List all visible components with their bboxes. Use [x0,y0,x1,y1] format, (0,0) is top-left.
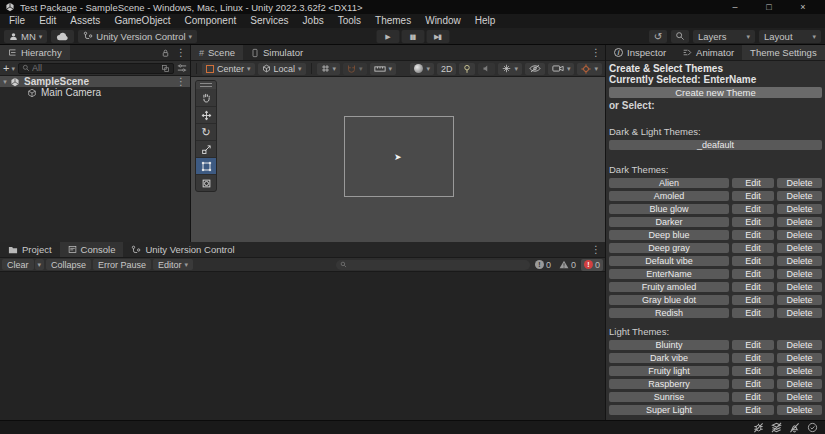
theme-select-button[interactable]: Darker [609,217,729,227]
theme-edit-button[interactable]: Edit [732,366,774,376]
theme-edit-button[interactable]: Edit [732,282,774,292]
foldout-icon[interactable]: ▾ [0,78,10,86]
theme-select-button[interactable]: Amoled [609,191,729,201]
kebab-menu-icon[interactable]: ⋮ [591,47,601,58]
effects-dropdown[interactable]: ▾ [498,63,522,75]
theme-select-button[interactable]: Deep gray [609,243,729,253]
default-theme-button[interactable]: _deafault [609,140,822,150]
version-control-dropdown[interactable]: Unity Version Control ▾ [78,30,197,43]
theme-delete-button[interactable]: Delete [777,392,822,402]
lock-icon[interactable] [161,48,170,58]
palette-drag-handle[interactable] [196,81,216,89]
layout-dropdown[interactable]: Layout ▾ [759,30,821,43]
theme-delete-button[interactable]: Delete [777,217,822,227]
theme-select-button[interactable]: Raspberry [609,379,729,389]
theme-edit-button[interactable]: Edit [732,308,774,318]
theme-select-button[interactable]: Default vibe [609,256,729,266]
2d-toggle[interactable]: 2D [437,63,457,75]
audio-toggle[interactable] [478,63,495,75]
rect-tool-button[interactable] [196,157,216,174]
theme-delete-button[interactable]: Delete [777,379,822,389]
theme-select-button[interactable]: Gray blue dot [609,295,729,305]
theme-delete-button[interactable]: Delete [777,308,822,318]
theme-delete-button[interactable]: Delete [777,282,822,292]
theme-select-button[interactable]: Alien [609,178,729,188]
kebab-menu-icon[interactable]: ⋮ [176,47,186,58]
lighting-toggle[interactable] [459,63,475,75]
tab-scene[interactable]: # Scene [191,45,243,60]
play-button[interactable]: ▶ [376,30,399,43]
menu-item[interactable]: Assets [63,14,107,28]
theme-delete-button[interactable]: Delete [777,178,822,188]
theme-select-button[interactable]: Bluinty [609,340,729,350]
theme-edit-button[interactable]: Edit [732,379,774,389]
theme-delete-button[interactable]: Delete [777,204,822,214]
scale-tool-button[interactable] [196,140,216,157]
theme-edit-button[interactable]: Edit [732,269,774,279]
theme-select-button[interactable]: Deep blue [609,230,729,240]
theme-delete-button[interactable]: Delete [777,191,822,201]
theme-delete-button[interactable]: Delete [777,366,822,376]
theme-edit-button[interactable]: Edit [732,243,774,253]
camera-settings-dropdown[interactable]: ▾ [548,63,575,75]
theme-select-button[interactable]: Super Light [609,405,729,415]
move-tool-button[interactable] [196,106,216,123]
theme-edit-button[interactable]: Edit [732,217,774,227]
search-button[interactable] [671,30,689,43]
hierarchy-search[interactable] [18,63,174,74]
tab-hierarchy[interactable]: Hierarchy [0,45,70,60]
theme-delete-button[interactable]: Delete [777,243,822,253]
theme-delete-button[interactable]: Delete [777,340,822,350]
tab-inspector[interactable]: i Inspector [606,45,674,60]
tab-project[interactable]: Project [0,242,60,257]
measure-dropdown[interactable]: ▾ [370,63,397,75]
pause-button[interactable]: ▮▮ [401,30,424,43]
theme-edit-button[interactable]: Edit [732,392,774,402]
undo-history-button[interactable]: ↺ [649,30,667,43]
clear-button[interactable]: Clear [2,259,34,270]
menu-item[interactable]: Help [468,14,503,28]
collapse-toggle[interactable]: Collapse [46,259,91,270]
theme-edit-button[interactable]: Edit [732,230,774,240]
error-pause-toggle[interactable]: Error Pause [93,259,151,270]
tab-simulator[interactable]: Simulator [243,45,311,60]
menu-item[interactable]: Window [418,14,468,28]
theme-delete-button[interactable]: Delete [777,295,822,305]
kebab-menu-icon[interactable]: ⋮ [176,76,190,87]
add-object-button[interactable]: + ▾ [3,62,15,74]
console-search[interactable] [336,260,530,270]
theme-edit-button[interactable]: Edit [732,178,774,188]
theme-edit-button[interactable]: Edit [732,405,774,415]
check-circle-icon[interactable] [807,422,818,433]
cloud-button[interactable] [51,30,74,43]
theme-select-button[interactable]: Fruity light [609,366,729,376]
menu-item[interactable]: Services [243,14,295,28]
theme-edit-button[interactable]: Edit [732,295,774,305]
tab-console[interactable]: Console [60,242,124,257]
theme-select-button[interactable]: Redish [609,308,729,318]
theme-select-button[interactable]: EnterName [609,269,729,279]
pivot-dropdown[interactable]: Center ▾ [202,63,255,75]
theme-delete-button[interactable]: Delete [777,269,822,279]
menu-item[interactable]: Component [178,14,244,28]
orientation-dropdown[interactable]: Local ▾ [258,63,306,75]
info-count-toggle[interactable]: ! 0 [532,259,554,271]
theme-select-button[interactable]: Fruity amoled [609,282,729,292]
theme-select-button[interactable]: Dark vibe [609,353,729,363]
editor-dropdown[interactable]: Editor ▾ [153,259,193,270]
transform-tool-button[interactable] [196,174,216,191]
tab-animator[interactable]: Animator [674,45,742,60]
menu-item[interactable]: Edit [32,14,63,28]
minimize-button[interactable]: – [718,0,752,14]
step-button[interactable]: ▶▮ [426,30,449,43]
create-theme-button[interactable]: Create new Theme [609,87,822,98]
scene-visibility-toggle[interactable] [525,63,545,75]
tree-row-scene[interactable]: ▾ SampleScene ⋮ [0,76,190,87]
cache-slash-icon[interactable] [771,422,782,433]
menu-item[interactable]: File [2,14,32,28]
menu-item[interactable]: GameObject [107,14,177,28]
tab-theme-settings[interactable]: Theme Settings [742,45,825,60]
menu-item[interactable]: Jobs [296,14,331,28]
scene-viewport[interactable]: ➤ ↻ [191,78,605,242]
theme-delete-button[interactable]: Delete [777,405,822,415]
